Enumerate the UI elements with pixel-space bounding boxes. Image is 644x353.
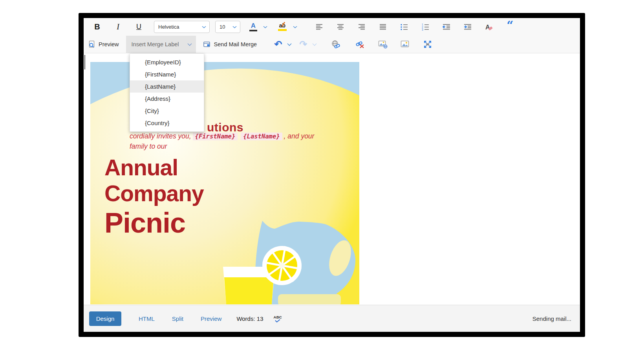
align-justify-button[interactable]	[372, 20, 393, 34]
align-left-button[interactable]	[309, 20, 330, 34]
bullet-list-button[interactable]	[393, 20, 415, 34]
font-size-value: 10	[220, 24, 225, 30]
highlight-color-button[interactable]: ab	[275, 23, 290, 31]
image-icon	[400, 40, 410, 49]
image-with-globe-icon	[378, 40, 388, 49]
clear-format-icon: A	[484, 23, 494, 31]
align-left-icon	[315, 23, 324, 31]
merge-label-dropdown: {EmployeeID} {FirstName} {LastName} {Add…	[130, 53, 204, 132]
svg-text:3: 3	[422, 28, 423, 31]
font-name-value: Helvetica	[158, 24, 179, 30]
dropdown-item-country[interactable]: {Country}	[130, 117, 204, 129]
editor-window-inner: B I U Helvetica 10 A	[84, 18, 580, 332]
indent-icon	[463, 23, 472, 31]
flyer-title-line2: Company	[104, 180, 204, 206]
insert-image-button[interactable]	[394, 37, 415, 51]
flyer-invite-line2: family to our	[130, 142, 167, 151]
font-color-letter: A	[251, 22, 256, 29]
invite-text-after: , and your	[284, 132, 315, 140]
insert-link-button[interactable]	[325, 37, 346, 51]
dropdown-item-city[interactable]: {City}	[130, 105, 204, 117]
remove-link-button[interactable]	[349, 37, 371, 51]
highlight-dropdown-button[interactable]	[290, 21, 300, 33]
clear-format-button[interactable]: A	[478, 20, 499, 34]
unlink-icon	[355, 40, 365, 49]
preview-document-icon	[88, 40, 96, 49]
align-right-icon	[357, 23, 366, 31]
word-count: Words: 13	[236, 315, 263, 322]
merge-field-firstname: {FirstName}	[193, 133, 238, 140]
blockquote-button[interactable]: “	[499, 20, 521, 34]
format-toolbar: B I U Helvetica 10 A	[84, 18, 580, 36]
text-caret	[84, 55, 85, 69]
flyer-title-line3: Picnic	[104, 206, 204, 239]
dropdown-item-employeeid[interactable]: {EmployeeID}	[130, 56, 204, 68]
flyer-title: Annual Company Picnic	[104, 155, 204, 239]
tab-preview[interactable]: Preview	[201, 315, 221, 322]
bold-button[interactable]: B	[87, 20, 108, 34]
tab-split[interactable]: Split	[172, 315, 183, 322]
editor-window: B I U Helvetica 10 A	[79, 13, 585, 337]
font-color-bar	[249, 30, 257, 31]
globe-link-icon	[331, 40, 341, 49]
spellcheck-abc-label: ABC	[273, 315, 282, 319]
preview-button[interactable]: Preview	[88, 40, 119, 49]
indent-button[interactable]	[457, 20, 478, 34]
chevron-down-icon	[232, 25, 237, 29]
chevron-down-icon	[202, 25, 206, 29]
spellcheck-check-icon	[274, 319, 281, 322]
send-mail-merge-label: Send Mail Merge	[214, 41, 257, 47]
outdent-button[interactable]	[436, 20, 457, 34]
align-right-button[interactable]	[351, 20, 372, 34]
blockquote-icon: “	[507, 24, 513, 31]
font-name-select[interactable]: Helvetica	[154, 21, 210, 33]
numbered-list-icon: 123	[421, 23, 430, 31]
preview-label: Preview	[99, 41, 119, 47]
font-color-dropdown-button[interactable]	[260, 21, 270, 33]
merge-field-lastname: {LastName}	[241, 133, 282, 140]
redo-button-disabled[interactable]: ↷	[297, 37, 309, 51]
send-mail-merge-button[interactable]: Send Mail Merge	[203, 40, 257, 49]
insert-merge-label-text: Insert Merge Label	[132, 41, 179, 47]
fullscreen-icon	[423, 40, 432, 49]
insert-merge-label-button[interactable]: Insert Merge Label	[126, 36, 196, 53]
flyer-title-line1: Annual	[104, 155, 204, 180]
insert-image-online-button[interactable]	[372, 37, 393, 51]
underline-button[interactable]: U	[128, 20, 149, 34]
dropdown-item-address[interactable]: {Address}	[130, 93, 204, 105]
align-center-button[interactable]	[330, 20, 351, 34]
maximize-button[interactable]	[417, 37, 438, 51]
tab-html[interactable]: HTML	[139, 315, 155, 322]
status-message: Sending mail...	[532, 315, 571, 322]
undo-button[interactable]: ↶	[272, 37, 284, 51]
outdent-icon	[442, 23, 451, 31]
undo-dropdown-button[interactable]	[284, 38, 295, 50]
italic-button[interactable]: I	[108, 20, 128, 34]
dropdown-item-firstname[interactable]: {FirstName}	[130, 68, 204, 80]
dropdown-item-lastname[interactable]: {LastName}	[130, 80, 204, 93]
font-size-select[interactable]: 10	[215, 21, 240, 33]
merge-toolbar: Preview Insert Merge Label Send Mail Mer…	[84, 36, 580, 53]
spellcheck-button[interactable]: ABC	[273, 315, 282, 322]
highlight-color-bar	[278, 29, 287, 31]
tab-design[interactable]: Design	[89, 311, 121, 326]
chevron-down-icon	[187, 43, 192, 46]
align-center-icon	[336, 23, 345, 31]
screenshot-stage: B I U Helvetica 10 A	[0, 0, 644, 353]
redo-dropdown-button-disabled[interactable]	[309, 38, 320, 50]
bullet-list-icon	[400, 23, 408, 31]
status-bar: Design HTML Split Preview Words: 13 ABC …	[84, 305, 580, 332]
invite-text-before: cordially invites you,	[130, 132, 191, 140]
mail-envelope-icon	[203, 40, 211, 49]
font-color-button[interactable]: A	[247, 22, 260, 31]
numbered-list-button[interactable]: 123	[415, 20, 436, 34]
flyer-invite-line: cordially invites you, {FirstName} {Last…	[130, 132, 314, 140]
align-justify-icon	[379, 23, 387, 31]
